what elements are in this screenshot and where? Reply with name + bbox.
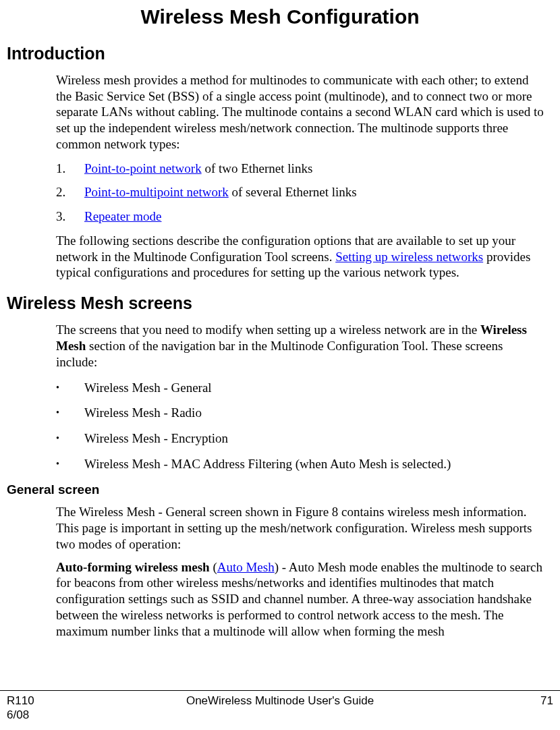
list-item: 2. Point-to-multipoint network of severa… (56, 184, 547, 200)
bullet-icon: • (56, 405, 84, 421)
list-text: Wireless Mesh - Radio (84, 405, 547, 421)
list-text: Wireless Mesh - General (84, 380, 547, 396)
list-text: Point-to-multipoint network of several E… (84, 184, 547, 200)
list-item: • Wireless Mesh - General (56, 380, 547, 396)
page-footer: R110 6/08 OneWireless Multinode User's G… (0, 690, 560, 723)
intro-paragraph-2: The following sections describe the conf… (56, 233, 547, 281)
list-item: 3. Repeater mode (56, 208, 547, 225)
link-repeater-mode[interactable]: Repeater mode (84, 209, 161, 223)
link-point-to-multipoint[interactable]: Point-to-multipoint network (84, 185, 229, 199)
list-rest: of several Ethernet links (229, 185, 357, 199)
list-number: 1. (56, 161, 84, 177)
footer-title: OneWireless Multinode User's Guide (144, 694, 417, 708)
list-item: • Wireless Mesh - MAC Address Filtering … (56, 456, 547, 472)
bold-text: Auto-forming wireless mesh (56, 560, 210, 574)
network-types-list: 1. Point-to-point network of two Etherne… (56, 161, 547, 225)
list-text: Point-to-point network of two Ethernet l… (84, 161, 547, 177)
list-text: Wireless Mesh - Encryption (84, 430, 547, 447)
bullet-icon: • (56, 430, 84, 447)
general-paragraph-1: The Wireless Mesh - General screen shown… (56, 504, 547, 552)
bullet-icon: • (56, 456, 84, 472)
bullet-icon: • (56, 380, 84, 396)
general-paragraph-2: Auto-forming wireless mesh (Auto Mesh) -… (56, 559, 547, 640)
text-span: ( (210, 560, 217, 574)
list-text: Repeater mode (84, 208, 547, 225)
list-rest: of two Ethernet links (202, 161, 313, 175)
list-text: Wireless Mesh - MAC Address Filtering (w… (84, 456, 547, 472)
screens-paragraph-1: The screens that you need to modify when… (56, 322, 547, 370)
footer-page-number: 71 (417, 694, 554, 708)
heading-general-screen: General screen (7, 482, 553, 498)
list-number: 3. (56, 208, 84, 225)
list-item: • Wireless Mesh - Radio (56, 405, 547, 421)
heading-screens: Wireless Mesh screens (7, 293, 553, 314)
intro-paragraph-1: Wireless mesh provides a method for mult… (56, 72, 547, 152)
text-span: The screens that you need to modify when… (56, 322, 480, 337)
footer-revision: R110 (7, 694, 144, 708)
screens-bullet-list: • Wireless Mesh - General • Wireless Mes… (56, 380, 547, 472)
link-point-to-point[interactable]: Point-to-point network (84, 161, 202, 175)
footer-date: 6/08 (7, 708, 144, 722)
list-number: 2. (56, 184, 84, 200)
text-span: section of the navigation bar in the Mul… (56, 339, 503, 369)
list-item: 1. Point-to-point network of two Etherne… (56, 161, 547, 177)
heading-introduction: Introduction (7, 43, 553, 64)
link-setting-up-networks[interactable]: Setting up wireless networks (335, 250, 483, 264)
page-title: Wireless Mesh Configuration (7, 4, 553, 30)
link-auto-mesh[interactable]: Auto Mesh (217, 560, 275, 574)
list-item: • Wireless Mesh - Encryption (56, 430, 547, 447)
